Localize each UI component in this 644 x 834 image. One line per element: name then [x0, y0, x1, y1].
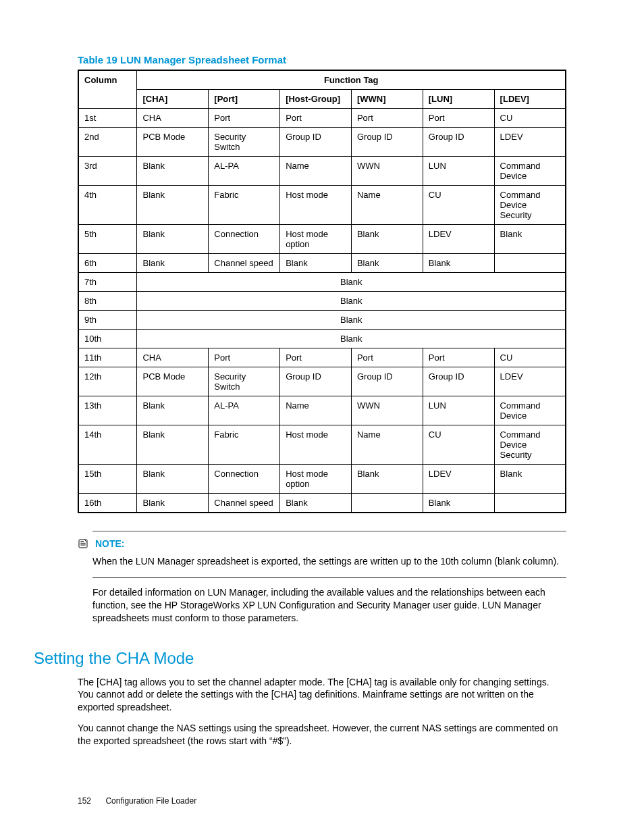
- row-cell: [494, 254, 566, 273]
- th-column: Column: [78, 70, 137, 109]
- lun-manager-table: Column Function Tag [CHA] [Port] [Host-G…: [78, 70, 566, 513]
- row-cell: LUN: [423, 157, 494, 186]
- row-cell: Blank: [137, 396, 209, 425]
- row-cell: Channel speed: [209, 494, 280, 513]
- row-cell: Blank: [423, 494, 494, 513]
- section-p2: You cannot change the NAS settings using…: [78, 722, 566, 748]
- row-column: 7th: [78, 273, 137, 292]
- row-cell: Fabric: [209, 186, 280, 225]
- row-cell: Channel speed: [209, 254, 280, 273]
- table-row: 16thBlankChannel speedBlankBlank: [78, 494, 566, 513]
- table-row: 12thPCB ModeSecurity SwitchGroup IDGroup…: [78, 367, 566, 396]
- row-column: 14th: [78, 425, 137, 465]
- row-cell: Blank: [137, 186, 209, 225]
- note-icon: [78, 538, 88, 551]
- row-column: 11th: [78, 348, 137, 367]
- row-cell: CHA: [137, 348, 209, 367]
- row-cell: Host mode: [280, 425, 352, 465]
- row-cell: CHA: [137, 109, 209, 128]
- row-cell: Blank: [351, 465, 423, 494]
- row-span-cell: Blank: [137, 273, 566, 292]
- row-cell: LDEV: [494, 367, 566, 396]
- table-row: 4thBlankFabricHost modeNameCUCommand Dev…: [78, 186, 566, 225]
- table-row: 5thBlankConnectionHost mode optionBlankL…: [78, 225, 566, 254]
- table-row: 7thBlank: [78, 273, 566, 292]
- row-cell: Blank: [423, 254, 494, 273]
- row-cell: Blank: [351, 225, 423, 254]
- th-ldev: [LDEV]: [494, 90, 566, 109]
- table-row: 6thBlankChannel speedBlankBlankBlank: [78, 254, 566, 273]
- row-cell: AL-PA: [209, 396, 280, 425]
- row-span-cell: Blank: [137, 292, 566, 311]
- row-cell: Port: [209, 348, 280, 367]
- th-wwn: [WWN]: [351, 90, 423, 109]
- row-column: 15th: [78, 465, 137, 494]
- row-cell: Group ID: [351, 128, 423, 157]
- row-cell: CU: [494, 109, 566, 128]
- row-cell: Blank: [494, 465, 566, 494]
- row-span-cell: Blank: [137, 330, 566, 348]
- row-cell: Command Device Security: [494, 186, 566, 225]
- row-cell: WWN: [351, 157, 423, 186]
- table-row: 13thBlankAL-PANameWWNLUNCommand Device: [78, 396, 566, 425]
- row-cell: Command Device: [494, 157, 566, 186]
- row-cell: Port: [351, 348, 423, 367]
- row-column: 9th: [78, 311, 137, 330]
- row-cell: Port: [280, 348, 352, 367]
- table-row: 15thBlankConnectionHost mode optionBlank…: [78, 465, 566, 494]
- row-column: 3rd: [78, 157, 137, 186]
- row-cell: Connection: [209, 225, 280, 254]
- row-cell: Host mode: [280, 186, 352, 225]
- row-cell: PCB Mode: [137, 128, 209, 157]
- row-cell: Group ID: [280, 367, 352, 396]
- row-cell: LDEV: [423, 225, 494, 254]
- row-cell: Blank: [137, 157, 209, 186]
- row-cell: Blank: [137, 254, 209, 273]
- table-row: 1stCHAPortPortPortPortCU: [78, 109, 566, 128]
- table-row: 2ndPCB ModeSecurity SwitchGroup IDGroup …: [78, 128, 566, 157]
- row-cell: Port: [280, 109, 352, 128]
- row-column: 13th: [78, 396, 137, 425]
- row-cell: Blank: [137, 465, 209, 494]
- row-cell: Name: [351, 186, 423, 225]
- row-cell: WWN: [351, 396, 423, 425]
- page-footer: 152 Configuration File Loader: [78, 796, 196, 806]
- row-cell: Port: [209, 109, 280, 128]
- row-column: 5th: [78, 225, 137, 254]
- row-cell: LDEV: [423, 465, 494, 494]
- row-column: 16th: [78, 494, 137, 513]
- note-text: When the LUN Manager spreadsheet is expo…: [92, 555, 566, 568]
- section-p1: The [CHA] tag allows you to set the chan…: [78, 676, 566, 714]
- th-hostgroup: [Host-Group]: [280, 90, 352, 109]
- row-cell: Security Switch: [209, 128, 280, 157]
- section-heading-cha-mode: Setting the CHA Mode: [34, 649, 566, 668]
- table-row: 9thBlank: [78, 311, 566, 330]
- row-cell: Blank: [351, 254, 423, 273]
- th-lun: [LUN]: [423, 90, 494, 109]
- row-cell: Group ID: [423, 367, 494, 396]
- row-column: 1st: [78, 109, 137, 128]
- row-cell: Fabric: [209, 425, 280, 465]
- th-function-tag: Function Tag: [137, 70, 566, 90]
- row-cell: Port: [351, 109, 423, 128]
- row-cell: AL-PA: [209, 157, 280, 186]
- note-block: NOTE: When the LUN Manager spreadsheet i…: [92, 531, 566, 578]
- table-row: 10thBlank: [78, 330, 566, 348]
- table-row: 11thCHAPortPortPortPortCU: [78, 348, 566, 367]
- row-cell: Connection: [209, 465, 280, 494]
- row-cell: Blank: [137, 494, 209, 513]
- row-span-cell: Blank: [137, 311, 566, 330]
- para-after-note: For detailed information on LUN Manager,…: [92, 586, 566, 625]
- row-column: 8th: [78, 292, 137, 311]
- table-row: 3rdBlankAL-PANameWWNLUNCommand Device: [78, 157, 566, 186]
- th-port: [Port]: [209, 90, 280, 109]
- table-row: 14thBlankFabricHost modeNameCUCommand De…: [78, 425, 566, 465]
- table-row: 8thBlank: [78, 292, 566, 311]
- row-cell: PCB Mode: [137, 367, 209, 396]
- row-cell: Command Device: [494, 396, 566, 425]
- row-cell: Host mode option: [280, 225, 352, 254]
- footer-title: Configuration File Loader: [105, 796, 196, 806]
- note-label: NOTE:: [95, 538, 125, 549]
- row-cell: Security Switch: [209, 367, 280, 396]
- row-cell: Blank: [137, 425, 209, 465]
